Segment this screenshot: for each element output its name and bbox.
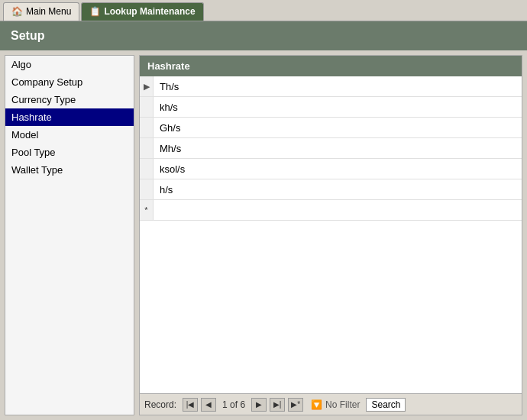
tab-lookup-maintenance-label: Lookup Maintenance: [104, 6, 195, 17]
sidebar-item-model[interactable]: Model: [5, 126, 134, 144]
table-row: ▶ Th/s: [140, 76, 522, 97]
home-icon: 🏠: [11, 6, 23, 17]
row-indicator-new: *: [140, 200, 154, 220]
row-cell-5[interactable]: ksol/s: [154, 160, 522, 178]
table-row: Gh/s: [140, 118, 522, 138]
row-cell-new[interactable]: [154, 207, 522, 213]
tab-bar: 🏠 Main Menu 📋 Lookup Maintenance: [0, 0, 527, 21]
table-row-new: *: [140, 200, 522, 221]
table-header: Hashrate: [140, 56, 522, 76]
sidebar-item-algo[interactable]: Algo: [5, 56, 134, 73]
nav-last-button[interactable]: ▶|: [270, 398, 285, 412]
sidebar-item-company-setup[interactable]: Company Setup: [5, 73, 134, 91]
main-content: Algo Company Setup Currency Type Hashrat…: [0, 50, 527, 420]
row-indicator-5: [140, 159, 154, 179]
table-row: Mh/s: [140, 138, 522, 159]
tab-main-menu-label: Main Menu: [26, 6, 71, 17]
table-icon: 📋: [89, 6, 101, 17]
filter-icon: 🔽: [311, 399, 322, 410]
row-cell-6[interactable]: h/s: [154, 181, 522, 199]
sidebar-item-pool-type[interactable]: Pool Type: [5, 144, 134, 161]
section-title: Setup: [11, 29, 44, 43]
nav-bar: Record: |◀ ◀ 1 of 6 ▶ ▶| ▶* 🔽 No Filter …: [140, 393, 522, 415]
search-button[interactable]: Search: [366, 398, 406, 412]
record-label: Record:: [144, 399, 176, 410]
sidebar: Algo Company Setup Currency Type Hashrat…: [5, 55, 134, 415]
tab-lookup-maintenance[interactable]: 📋 Lookup Maintenance: [81, 2, 203, 21]
row-cell-3[interactable]: Gh/s: [154, 119, 522, 137]
tab-main-menu[interactable]: 🏠 Main Menu: [3, 2, 79, 21]
row-indicator-4: [140, 138, 154, 158]
table-panel: Hashrate ▶ Th/s kh/s Gh/s Mh/s: [139, 55, 522, 415]
nav-current: 1 of 6: [219, 399, 248, 410]
table-row: kh/s: [140, 97, 522, 118]
table-row: h/s: [140, 179, 522, 200]
sidebar-item-hashrate[interactable]: Hashrate: [5, 108, 134, 126]
sidebar-item-wallet-type[interactable]: Wallet Type: [5, 161, 134, 179]
table-body: ▶ Th/s kh/s Gh/s Mh/s ksol/s: [140, 76, 522, 393]
row-cell-2[interactable]: kh/s: [154, 99, 522, 116]
nav-filter: 🔽 No Filter: [311, 399, 360, 410]
nav-prev-button[interactable]: ◀: [201, 398, 216, 412]
nav-new-button[interactable]: ▶*: [288, 398, 303, 412]
row-cell-1[interactable]: Th/s: [154, 78, 522, 95]
column-header-label: Hashrate: [147, 60, 190, 72]
row-indicator-6: [140, 179, 154, 199]
section-header: Setup: [0, 21, 527, 50]
nav-next-button[interactable]: ▶: [251, 398, 267, 412]
no-filter-label: No Filter: [325, 399, 360, 410]
row-indicator-3: [140, 118, 154, 137]
sidebar-item-currency-type[interactable]: Currency Type: [5, 91, 134, 108]
row-indicator-2: [140, 97, 154, 117]
table-row: ksol/s: [140, 159, 522, 179]
nav-first-button[interactable]: |◀: [183, 398, 198, 412]
row-cell-4[interactable]: Mh/s: [154, 140, 522, 157]
row-indicator-1: ▶: [140, 76, 154, 96]
